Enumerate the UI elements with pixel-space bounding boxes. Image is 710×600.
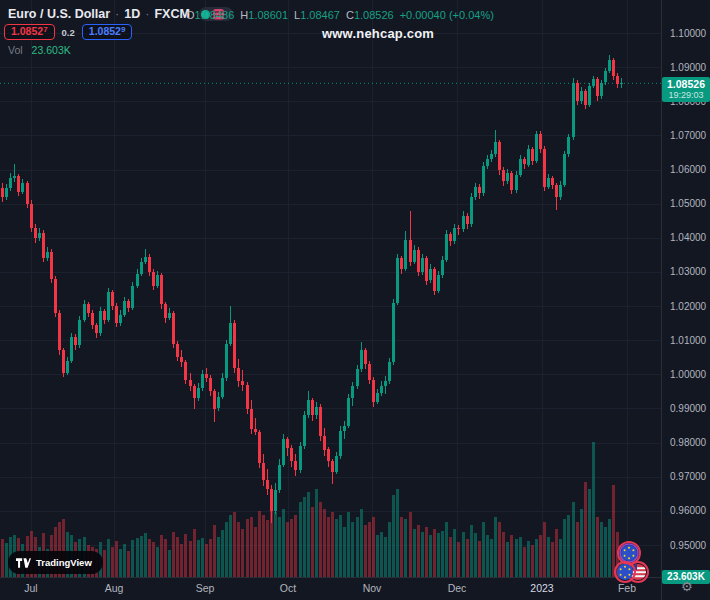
- change-value: +0.00040 (+0.04%): [400, 9, 494, 21]
- svg-text:1.06000: 1.06000: [670, 164, 707, 175]
- symbol-title: Euro / U.S. Dollar: [8, 7, 110, 21]
- current-price-value: 1.08526: [662, 78, 710, 90]
- svg-text:0.99000: 0.99000: [670, 403, 707, 414]
- low-value: 1.08467: [300, 9, 340, 21]
- tradingview-glyph-icon: [16, 557, 31, 569]
- svg-text:1.10000: 1.10000: [670, 28, 707, 39]
- high-value: 1.08601: [248, 9, 288, 21]
- open-label: O: [186, 9, 195, 21]
- trading-chart-app: 1.100001.090001.080001.070001.060001.050…: [0, 0, 710, 600]
- close-label: C: [346, 9, 354, 21]
- svg-text:2023: 2023: [530, 582, 554, 594]
- sell-button[interactable]: 1.08527: [4, 24, 55, 40]
- svg-text:Jul: Jul: [24, 582, 37, 594]
- svg-text:0.95000: 0.95000: [670, 540, 707, 551]
- separator-dot: ·: [145, 7, 149, 21]
- ohlc-readout: O1.08486 H1.08601 L1.08467 C1.08526 +0.0…: [186, 9, 494, 21]
- svg-text:1.09000: 1.09000: [670, 62, 707, 73]
- svg-text:0.97000: 0.97000: [670, 471, 707, 482]
- svg-text:1.07000: 1.07000: [670, 130, 707, 141]
- svg-text:0.96000: 0.96000: [670, 505, 707, 516]
- svg-text:Nov: Nov: [363, 582, 382, 594]
- current-price-badge: 1.08526 19:29:03: [662, 77, 710, 102]
- svg-text:Oct: Oct: [280, 582, 296, 594]
- svg-text:1.04000: 1.04000: [670, 232, 707, 243]
- close-value: 1.08526: [354, 9, 394, 21]
- vol-value: 23.603K: [32, 44, 71, 56]
- interval-label[interactable]: 1D: [124, 7, 140, 21]
- quote-row: 1.08527 0.2 1.08529: [4, 24, 132, 40]
- svg-text:Aug: Aug: [105, 582, 124, 594]
- volume-readout: Vol23.603K: [8, 44, 71, 56]
- open-value: 1.08486: [195, 9, 235, 21]
- svg-text:1.00000: 1.00000: [670, 369, 707, 380]
- svg-text:1.02000: 1.02000: [670, 301, 707, 312]
- buy-button[interactable]: 1.08529: [82, 24, 133, 40]
- euro-flag-icon: [618, 542, 640, 564]
- tradingview-brand-text: TradingView: [36, 557, 92, 568]
- svg-text:1.03000: 1.03000: [670, 266, 707, 277]
- svg-text:0.98000: 0.98000: [670, 437, 707, 448]
- symbol-flag-icons: [608, 539, 656, 587]
- svg-text:Dec: Dec: [448, 582, 467, 594]
- exchange-label: FXCM: [154, 7, 189, 21]
- site-watermark: www.nehcap.com: [322, 26, 434, 41]
- gear-icon[interactable]: ⚙: [681, 579, 693, 594]
- bar-countdown: 19:29:03: [662, 90, 710, 100]
- candlestick-chart[interactable]: 1.100001.090001.080001.070001.060001.050…: [0, 0, 710, 600]
- svg-text:Sep: Sep: [196, 582, 215, 594]
- separator-dot: ·: [115, 7, 119, 21]
- svg-text:1.05000: 1.05000: [670, 198, 707, 209]
- tradingview-logo[interactable]: TradingView: [8, 551, 103, 574]
- vol-label: Vol: [8, 44, 23, 56]
- spread-value: 0.2: [62, 27, 75, 38]
- euro-flag-icon-small: [615, 562, 635, 582]
- svg-text:1.01000: 1.01000: [670, 335, 707, 346]
